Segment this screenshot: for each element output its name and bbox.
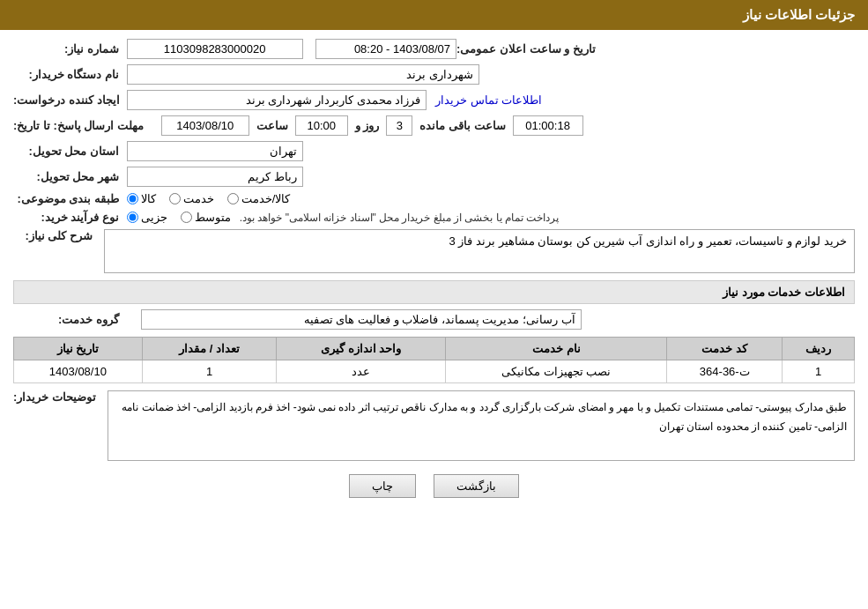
process-option-1: جزیی bbox=[127, 211, 167, 224]
cell-date: 1403/08/10 bbox=[14, 360, 143, 383]
province-value: تهران bbox=[127, 141, 303, 161]
service-group-label: گروه خدمت: bbox=[13, 313, 119, 326]
category-option-3: کالا/خدمت bbox=[227, 192, 291, 205]
col-name: نام خدمت bbox=[446, 338, 667, 360]
deadline-days-value: 3 bbox=[386, 115, 412, 136]
process-radio-1[interactable] bbox=[127, 212, 138, 223]
category-radio-1[interactable] bbox=[127, 193, 138, 204]
contact-link[interactable]: اطلاعات تماس خریدار bbox=[435, 93, 542, 107]
buyer-org-value: شهرداری برند bbox=[127, 64, 479, 85]
city-label: شهر محل تحویل: bbox=[13, 170, 119, 183]
cell-unit: عدد bbox=[277, 360, 446, 383]
category-option-3-label: کالا/خدمت bbox=[241, 192, 291, 205]
deadline-date-value: 1403/08/10 bbox=[161, 115, 249, 136]
date-label: تاریخ و ساعت اعلان عمومی: bbox=[456, 42, 596, 56]
category-option-2-label: خدمت bbox=[183, 192, 214, 205]
service-group-row: آب رسانی؛ مدیریت پسماند، فاضلاب و فعالیت… bbox=[13, 309, 855, 330]
category-radio-group: کالا/خدمت خدمت کالا bbox=[127, 192, 291, 205]
col-row: ردیف bbox=[783, 338, 855, 360]
deadline-days-label: روز و bbox=[355, 119, 380, 132]
process-option-2: متوسط bbox=[181, 211, 231, 224]
category-label: طبقه بندی موضوعی: bbox=[13, 192, 119, 205]
category-option-2: خدمت bbox=[169, 192, 214, 205]
city-row: رباط کریم شهر محل تحویل: bbox=[13, 167, 855, 187]
deadline-remaining-label: ساعت باقی مانده bbox=[419, 119, 505, 132]
buyer-notes-section: طبق مدارک پیوستی- تمامی مستندات تکمیل و … bbox=[13, 390, 855, 461]
col-code: کد خدمت bbox=[667, 338, 783, 360]
cell-code: ت-36-364 bbox=[667, 360, 783, 383]
deadline-time-value: 10:00 bbox=[295, 115, 348, 136]
deadline-row: 01:00:18 ساعت باقی مانده 3 روز و 10:00 س… bbox=[13, 115, 855, 136]
province-row: تهران استان محل تحویل: bbox=[13, 141, 855, 161]
back-button[interactable]: بازگشت bbox=[434, 474, 519, 498]
process-row: پرداخت تمام یا بخشی از مبلغ خریدار محل "… bbox=[13, 211, 855, 224]
deadline-label: مهلت ارسال پاسخ: تا تاریخ: bbox=[13, 119, 144, 132]
category-option-1-label: کالا bbox=[141, 192, 156, 205]
deadline-remaining-value: 01:00:18 bbox=[513, 115, 583, 136]
cell-name: نصب تجهیزات مکانیکی bbox=[446, 360, 667, 383]
creator-value: فرزاد محمدی کاربردار شهرداری برند bbox=[127, 90, 427, 110]
process-radio-group: متوسط جزیی bbox=[127, 211, 231, 224]
need-number-row: تاریخ و ساعت اعلان عمومی: 1403/08/07 - 0… bbox=[13, 39, 855, 59]
need-desc-label: شرح کلی نیاز: bbox=[13, 229, 93, 242]
category-option-1: کالا bbox=[127, 192, 156, 205]
table-row: 1 ت-36-364 نصب تجهیزات مکانیکی عدد 1 140… bbox=[14, 360, 855, 383]
page-header: جزئیات اطلاعات نیاز bbox=[0, 0, 868, 30]
buyer-org-row: شهرداری برند نام دستگاه خریدار: bbox=[13, 64, 855, 85]
col-qty: تعداد / مقدار bbox=[142, 338, 276, 360]
process-option-2-label: متوسط bbox=[195, 211, 231, 224]
category-radio-3[interactable] bbox=[227, 193, 239, 204]
services-table-section: ردیف کد خدمت نام خدمت واحد اندازه گیری ت… bbox=[13, 337, 855, 383]
deadline-time-label: ساعت bbox=[256, 119, 288, 132]
col-unit: واحد اندازه گیری bbox=[277, 338, 446, 360]
cell-qty: 1 bbox=[142, 360, 276, 383]
need-number-value: 1103098283000020 bbox=[127, 39, 303, 59]
buyer-notes-label: توضیحات خریدار: bbox=[13, 390, 96, 404]
need-number-label: شماره نیاز: bbox=[13, 42, 119, 56]
service-group-value: آب رسانی؛ مدیریت پسماند، فاضلاب و فعالیت… bbox=[141, 309, 582, 330]
process-option-1-label: جزیی bbox=[141, 211, 167, 224]
process-label: نوع فرآیند خرید: bbox=[13, 211, 119, 224]
page-title: جزئیات اطلاعات نیاز bbox=[743, 7, 855, 22]
process-radio-2[interactable] bbox=[181, 212, 192, 223]
city-value: رباط کریم bbox=[127, 167, 303, 187]
creator-label: ایجاد کننده درخواست: bbox=[13, 93, 120, 107]
province-label: استان محل تحویل: bbox=[13, 145, 119, 158]
cell-row: 1 bbox=[783, 360, 855, 383]
category-radio-2[interactable] bbox=[169, 193, 181, 204]
buyer-org-label: نام دستگاه خریدار: bbox=[13, 68, 119, 81]
need-desc-value: خرید لوازم و تاسیسات، تعمیر و راه اندازی… bbox=[104, 229, 855, 273]
creator-row: اطلاعات تماس خریدار فرزاد محمدی کاربردار… bbox=[13, 90, 855, 110]
col-date: تاریخ نیاز bbox=[14, 338, 143, 360]
category-row: کالا/خدمت خدمت کالا طبقه بندی موضوعی: bbox=[13, 192, 855, 205]
print-button[interactable]: چاپ bbox=[349, 474, 416, 498]
buttons-row: بازگشت چاپ bbox=[13, 474, 855, 498]
buyer-notes-value: طبق مدارک پیوستی- تمامی مستندات تکمیل و … bbox=[108, 390, 855, 461]
services-section-title: اطلاعات خدمات مورد نیاز bbox=[13, 280, 855, 304]
services-table: ردیف کد خدمت نام خدمت واحد اندازه گیری ت… bbox=[13, 337, 855, 383]
need-desc-section: خرید لوازم و تاسیسات، تعمیر و راه اندازی… bbox=[13, 229, 855, 273]
date-value: 1403/08/07 - 08:20 bbox=[315, 39, 456, 59]
process-note: پرداخت تمام یا بخشی از مبلغ خریدار محل "… bbox=[240, 212, 560, 224]
